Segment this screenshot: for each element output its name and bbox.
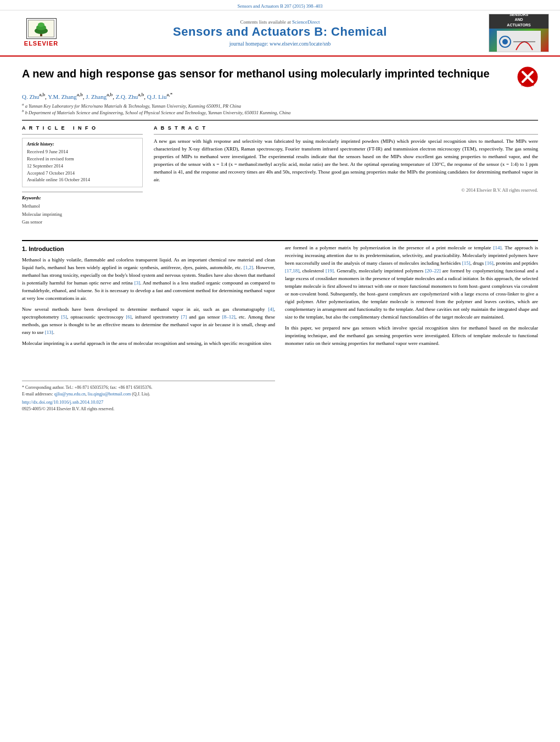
ref-7: [7] [181,314,187,320]
body-para-1: Methanol is a highly volatile, flammable… [22,256,275,303]
ref-19: [19] [326,268,334,274]
article-history-box: Article history: Received 9 June 2014 Re… [22,138,143,187]
abstract-text: A new gas sensor with high response and … [154,138,538,184]
body-right-col: are formed in a polymer matrix by polyme… [285,244,538,412]
keyword-methanol: Methanol [22,202,143,210]
abstract-label: A B S T R A C T [154,125,538,131]
ref-4: [4] [268,306,274,312]
keywords-box: Keywords: Methanol Molecular imprinting … [22,196,143,226]
article-history-label: Article history: [27,142,138,147]
accepted-date: Accepted 7 October 2014 [27,170,138,177]
article-title-section: A new and high response gas sensor for m… [22,62,538,87]
divider-info-top [22,134,143,135]
article-title: A new and high response gas sensor for m… [22,66,512,81]
article-info-col: A R T I C L E I N F O Article history: R… [22,125,143,226]
footnote-star-text: * Corresponding author. Tel.: +86 871 65… [22,384,275,391]
divider-keywords [22,192,143,192]
journal-title-row: ELSEVIER Contents lists available at Sci… [0,10,560,55]
author-names: Q. Zhua,b, Y.M. Zhanga,b, J. Zhanga,b, Z… [22,93,172,100]
page: Sensors and Actuators B 207 (2015) 398–4… [0,0,560,742]
elsevier-tree-svg [28,20,54,37]
footer-issn: 0925-4005/© 2014 Elsevier B.V. All right… [22,406,275,412]
journal-center: Contents lists available at ScienceDirec… [71,19,489,47]
ref-16: [16] [485,260,494,266]
body-divider [22,240,538,241]
affiliations: a a Yunnan Key Laboratory for Micro/nano… [22,102,538,116]
revised-date: 12 September 2014 [27,163,138,170]
author-zq-zhu: Z.Q. Zhu [116,93,138,100]
available-date: Available online 16 October 2014 [27,176,138,183]
sciencedirect-link[interactable]: ScienceDirect [292,19,320,25]
footnote-area: * Corresponding author. Tel.: +86 871 65… [22,381,275,413]
ref-20-22: [20–22] [425,268,441,274]
keyword-gas-sensor: Gas sensor [22,218,143,226]
author-qj-liu: Q.J. Liu [147,93,167,100]
ref-5: [5] [61,314,68,320]
ref-13: [13] [45,330,53,335]
body-para-3: Molecular imprinting is a useful approac… [22,340,275,348]
article-info-label: A R T I C L E I N F O [22,125,143,131]
article-meta-row: A R T I C L E I N F O Article history: R… [22,125,538,226]
footer-doi-link[interactable]: http://dx.doi.org/10.1016/j.snb.2014.10.… [22,399,275,406]
ref-1-2: [1,2] [244,265,253,270]
elsevier-text: ELSEVIER [24,40,58,47]
journal-homepage: journal homepage: www.elsevier.com/locat… [82,41,478,47]
svg-rect-8 [54,20,54,37]
ref-3: [3] [135,280,141,286]
svg-point-11 [502,39,508,44]
homepage-link[interactable]: www.elsevier.com/locate/snb [270,41,331,47]
ref-8-12: [8–12] [222,314,236,320]
received-revised-label: Received in revised form [27,155,138,163]
ref-6: [6] [126,314,132,320]
email1-link[interactable]: qjliu@ynu.edu.cn [54,392,86,397]
ref-14: [14] [493,245,501,250]
crossmark-icon: CrossMark [517,66,538,87]
abstract-col: A B S T R A C T A new gas sensor with hi… [154,125,538,226]
authors: Q. Zhua,b, Y.M. Zhanga,b, J. Zhanga,b, Z… [22,92,538,100]
doi-citation: Sensors and Actuators B 207 (2015) 398–4… [238,3,323,9]
footnote-email: E-mail addresses: qjliu@ynu.edu.cn, liu.… [22,391,275,398]
svg-rect-5 [28,20,54,20]
doi-bar: Sensors and Actuators B 207 (2015) 398–4… [0,2,560,10]
body-content: 1. Introduction Methanol is a highly vol… [0,244,560,412]
body-para-right-1: are formed in a polymer matrix by polyme… [285,244,538,321]
svg-rect-7 [28,20,29,37]
elsevier-tree-icon [26,18,57,39]
ref-17-18: [17,18] [285,268,299,274]
copyright-line: © 2014 Elsevier B.V. All rights reserved… [154,187,538,193]
received-date: Received 9 June 2014 [27,148,138,155]
author-q-zhu: Q. Zhu [22,93,39,100]
keyword-molecular: Molecular imprinting [22,210,143,218]
body-para-right-2: In this paper, we prepared new gas senso… [285,325,538,348]
affiliation-b: b b Department of Materials Science and … [22,109,538,115]
section1-heading: 1. Introduction [22,244,275,254]
svg-point-4 [38,23,44,27]
affiliation-a: a a Yunnan Key Laboratory for Micro/nano… [22,102,538,109]
sensors-logo-svg [497,31,541,52]
sensors-logo: SENSORS AND ACTUATORS [489,14,549,52]
body-para-2: Now several methods have been developed … [22,306,275,337]
body-left-col: 1. Introduction Methanol is a highly vol… [22,244,275,412]
sensors-logo-image [489,29,548,52]
article-content: A new and high response gas sensor for m… [0,57,560,237]
ref-15: [15] [462,260,471,266]
svg-text:CrossMark: CrossMark [521,83,535,87]
sensors-logo-text: SENSORS AND ACTUATORS [489,14,548,29]
journal-main-title: Sensors and Actuators B: Chemical [82,25,478,39]
journal-header: Sensors and Actuators B 207 (2015) 398–4… [0,0,560,57]
keywords-label: Keywords: [22,196,143,200]
contents-label: Contents lists available at ScienceDirec… [82,19,478,25]
svg-rect-6 [28,37,54,37]
author-ym-zhang: Y.M. Zhang [48,93,77,100]
divider-after-affiliations [22,120,538,121]
author-j-zhang: J. Zhang [86,93,107,100]
elsevier-logo: ELSEVIER [11,18,71,48]
divider-abstract-top [154,134,538,135]
email2-link[interactable]: liu.qingju@hotmail.com [88,392,131,397]
